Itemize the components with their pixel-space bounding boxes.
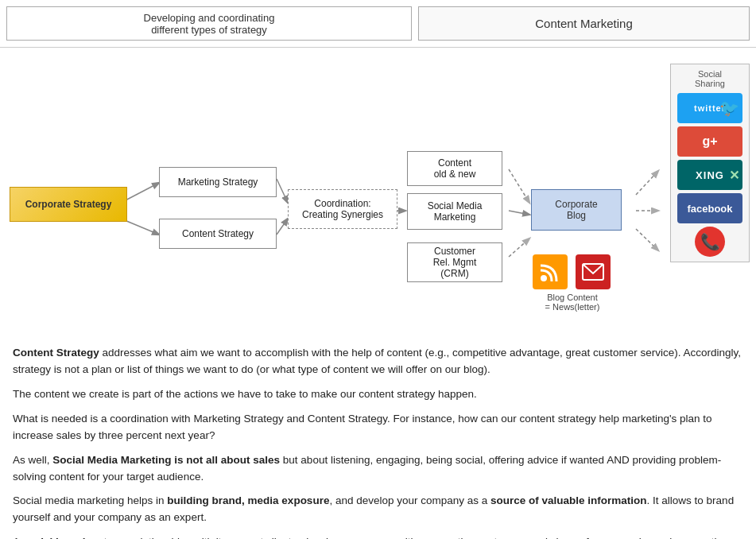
- paragraph-6-suffix: nurtures relationships with its current …: [13, 536, 731, 539]
- paragraph-1-text: addresses what aim we want to accomplish…: [13, 347, 741, 375]
- header-right: Content Marketing: [418, 6, 750, 41]
- twitter-icon-box: twitter 🐦: [677, 93, 742, 123]
- paragraph-5-prefix: Social media marketing helps in: [13, 494, 167, 506]
- google-plus-icon-box: g+: [677, 126, 742, 157]
- paragraph-3-text: What is needed is a coordination with Ma…: [13, 413, 712, 441]
- svg-line-10: [636, 229, 658, 250]
- social-brand-bold: social brand: [22, 536, 86, 539]
- header-right-text: Content Marketing: [535, 17, 633, 30]
- social-media-bold: Social Media Marketing is not all about …: [52, 454, 280, 466]
- paragraph-2: The content we create is part of the act…: [13, 386, 743, 403]
- paragraph-1: Content Strategy addresses what aim we w…: [13, 345, 743, 378]
- paragraph-6-prefix: A: [13, 536, 22, 539]
- marketing-strategy-box: Marketing Strategy: [159, 167, 277, 197]
- coordination-box: Coordination: Creating Synergies: [288, 189, 397, 229]
- svg-line-2: [277, 179, 288, 203]
- paragraph-5-middle: , and develop your company as a: [329, 494, 490, 506]
- svg-line-5: [509, 169, 529, 203]
- header-left-text: Developing and coordinating different ty…: [144, 12, 275, 36]
- envelope-icon: [582, 263, 604, 281]
- corporate-blog-box: Corporate Blog: [531, 189, 622, 231]
- xing-label: XING: [696, 169, 724, 181]
- social-media-marketing-box: Social Media Marketing: [407, 193, 502, 230]
- brand-bold: building brand, media exposure: [167, 494, 329, 506]
- content-old-new-box: Content old & new: [407, 151, 502, 186]
- corporate-strategy-box: Corporate Strategy: [10, 187, 127, 222]
- svg-line-6: [509, 211, 529, 215]
- paragraph-5: Social media marketing helps in building…: [13, 493, 743, 526]
- envelope-icon-box: [576, 254, 611, 289]
- paragraph-2-text: The content we create is part of the act…: [13, 388, 477, 400]
- phone-icon-box: 📞: [695, 227, 725, 257]
- twitter-bird-icon: 🐦: [719, 99, 739, 118]
- svg-point-11: [541, 275, 547, 281]
- svg-line-3: [277, 219, 288, 235]
- social-sharing-label: Social Sharing: [695, 69, 725, 88]
- text-section: Content Strategy addresses what aim we w…: [0, 334, 756, 539]
- customer-rel-mgmt-box: Customer Rel. Mgmt (CRM): [407, 242, 502, 282]
- diagram-section: Corporate Strategy Marketing Strategy Co…: [0, 48, 756, 334]
- header-section: Developing and coordinating different ty…: [0, 0, 756, 48]
- paragraph-6: A social brand nurtures relationships wi…: [13, 534, 743, 539]
- phone-icon-container: 📞: [677, 227, 742, 257]
- facebook-icon-box: facebook: [677, 193, 742, 223]
- svg-line-7: [509, 238, 529, 257]
- paragraph-3: What is needed is a coordination with Ma…: [13, 411, 743, 444]
- svg-line-8: [636, 171, 658, 195]
- blog-content-label: Blog Content = News(letter): [521, 293, 624, 312]
- facebook-label: facebook: [687, 203, 732, 215]
- xing-x-icon: ✕: [729, 168, 739, 183]
- social-sharing-panel: Social Sharing twitter 🐦 g+ XING ✕ faceb…: [670, 64, 750, 262]
- rss-icon-box: [533, 254, 568, 289]
- paragraph-4: As well, Social Media Marketing is not a…: [13, 452, 743, 486]
- source-bold: source of valuable information: [490, 494, 647, 506]
- rss-icon: [539, 261, 561, 283]
- xing-icon-box: XING ✕: [677, 160, 742, 190]
- content-strategy-box: Content Strategy: [159, 219, 277, 249]
- header-left: Developing and coordinating different ty…: [6, 6, 412, 41]
- phone-icon: 📞: [700, 232, 720, 251]
- content-strategy-bold: Content Strategy: [13, 347, 99, 359]
- paragraph-4-prefix: As well,: [13, 454, 52, 466]
- gplus-label: g+: [702, 134, 717, 149]
